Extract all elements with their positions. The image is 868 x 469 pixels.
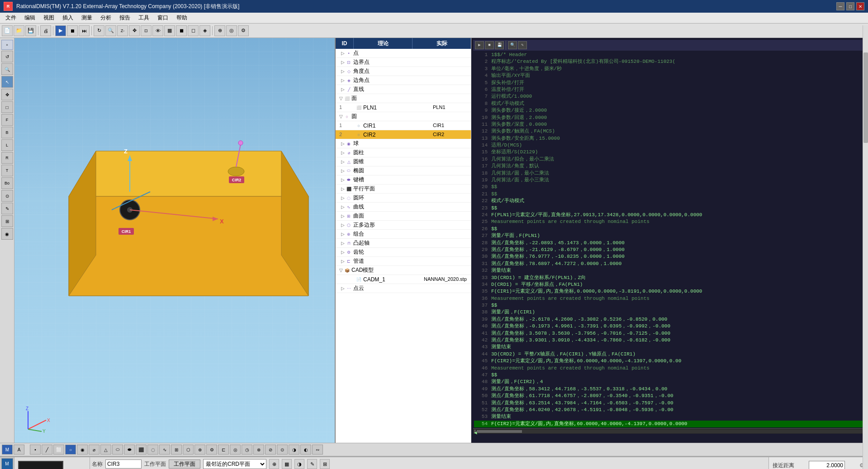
probe-button[interactable]: ◎ <box>226 25 237 36</box>
tree-item-sphere[interactable]: ▷ ◉ 球 <box>336 139 471 148</box>
name-input[interactable] <box>105 460 142 469</box>
zoom-in-button[interactable]: 🔍 <box>105 25 116 36</box>
shape-ellipse[interactable]: ⬭ <box>112 445 123 455</box>
shape-tube[interactable]: ⊏ <box>218 445 229 455</box>
form-btn2[interactable]: ▦ <box>282 459 292 469</box>
code-hscroll-left[interactable]: ◀ <box>474 430 476 433</box>
viewport[interactable]: CIR1 CIR2 Z X X Z Y <box>14 38 336 443</box>
maximize-button[interactable]: □ <box>846 2 854 10</box>
shape-cylinder[interactable]: ⌀ <box>89 445 100 455</box>
settings-button[interactable]: ⚙ <box>238 25 249 36</box>
form-btn1[interactable]: ⊕ <box>269 459 279 469</box>
step-button[interactable]: ⏭ <box>79 25 90 36</box>
tree-item-convex[interactable]: ▷ ⊓ 凸起轴 <box>336 239 471 248</box>
tree-item-curve[interactable]: ▷ ∿ 曲线 <box>336 203 471 212</box>
shape-misc3[interactable]: ⊘ <box>265 445 276 455</box>
select-tool[interactable]: ↖ <box>1 76 13 88</box>
tree-item-plane-group[interactable]: ▽ ⬜ 面 <box>336 94 471 103</box>
rotate-left[interactable]: ↺ <box>1 51 13 62</box>
menu-report[interactable]: 报告 <box>116 13 134 23</box>
fit-button[interactable]: ⊡ <box>141 25 152 36</box>
tree-item-pln1[interactable]: 1 ⬜ PLN1 PLN1 <box>336 103 471 112</box>
tree-item-flatplane[interactable]: ▷ ⬛ 平行平面 <box>336 185 471 194</box>
mark-tool[interactable]: ✎ <box>1 203 13 214</box>
shape-misc5[interactable]: ◑ <box>289 445 299 455</box>
coord-button[interactable]: ⊕ <box>214 25 225 36</box>
tree-item-combo[interactable]: ▷ ⊕ 组合 <box>336 230 471 239</box>
tree-item-side-point[interactable]: ▷ ◈ 边角点 <box>336 76 471 85</box>
minimize-button[interactable]: ─ <box>836 2 844 10</box>
code-run-btn[interactable]: ▶ <box>475 41 484 49</box>
workplane-button[interactable]: 工作平面 <box>169 460 200 469</box>
shape-plane[interactable]: ⬜ <box>53 445 64 455</box>
stop-button[interactable]: ⏹ <box>67 25 78 36</box>
shape-polygon[interactable]: ⬡ <box>183 445 194 455</box>
run-button[interactable]: ▶ <box>55 25 66 36</box>
tree-item-polygon[interactable]: ▷ ⬡ 正多边形 <box>336 221 471 230</box>
shade2-button[interactable]: ◈ <box>199 25 210 36</box>
rotate-button[interactable]: ↻ <box>94 25 104 36</box>
shape-misc1[interactable]: ◷ <box>242 445 252 455</box>
zoom-out-button[interactable]: Z- <box>117 25 128 36</box>
code-hscroll-track[interactable] <box>477 430 863 433</box>
menu-analyze[interactable]: 分析 <box>97 13 115 23</box>
tree-scrollbar[interactable] <box>863 25 868 469</box>
code-hscrollbar[interactable]: ◀ ▶ <box>473 428 866 434</box>
tree-item-ring[interactable]: ▷ ◌ 圆环 <box>336 194 471 203</box>
new-button[interactable]: 📄 <box>2 25 13 36</box>
ml-manual[interactable]: M <box>1 458 13 469</box>
shape-gear[interactable]: ⚙ <box>206 445 217 455</box>
right-view[interactable]: R <box>1 152 13 164</box>
print-button[interactable]: 🖨 <box>40 25 51 36</box>
menu-view[interactable]: 视图 <box>40 13 58 23</box>
tree-item-pointcloud[interactable]: ▷ ⋯ 点云 <box>336 284 471 293</box>
tree-item-cone[interactable]: ▷ △ 圆锥 <box>336 157 471 166</box>
tree-item-line[interactable]: ▷ ╱ 直线 <box>336 85 471 94</box>
menu-insert[interactable]: 插入 <box>59 13 77 23</box>
menu-file[interactable]: 文件 <box>2 13 20 23</box>
align-tool[interactable]: ⊞ <box>1 215 13 227</box>
left-view[interactable]: L <box>1 139 13 151</box>
code-hscroll-thumb[interactable] <box>477 430 522 433</box>
front-view[interactable]: F <box>1 114 13 126</box>
menu-edit[interactable]: 编辑 <box>21 13 39 23</box>
shape-line[interactable]: ╱ <box>42 445 52 455</box>
tree-item-gear[interactable]: ▷ ⚙ 齿轮 <box>336 248 471 257</box>
shape-curve[interactable]: ∿ <box>159 445 170 455</box>
back-view[interactable]: B <box>1 127 13 138</box>
shape-misc7[interactable]: ∾ <box>312 445 323 455</box>
menu-tools[interactable]: 工具 <box>135 13 153 23</box>
tree-item-cadm1[interactable]: 📄 CADM_1 NANNAN_2020.stp <box>336 275 471 284</box>
measure-tool[interactable]: ⊙ <box>1 190 13 202</box>
close-button[interactable]: ✕ <box>856 2 864 10</box>
tree-item-circle-group[interactable]: ▽ ○ 圆 <box>336 112 471 121</box>
bottom-view[interactable]: Bo <box>1 177 13 189</box>
shape-ring[interactable]: ◌ <box>147 445 158 455</box>
nav-top[interactable]: + <box>1 40 13 50</box>
shape-sphere[interactable]: ◉ <box>77 445 88 455</box>
top-view[interactable]: T <box>1 165 13 176</box>
view3d-tool[interactable]: □ <box>1 101 13 113</box>
shape-circle[interactable]: ○ <box>65 445 76 455</box>
move-tool[interactable]: ✥ <box>1 89 13 100</box>
form-btn5[interactable]: ⊞ <box>320 459 330 469</box>
code-edit-btn[interactable]: ✎ <box>518 41 527 49</box>
tree-item-cir2[interactable]: 2 ○ CIR2 CIR2 <box>336 130 471 139</box>
menu-measure[interactable]: 测量 <box>78 13 96 23</box>
form-btn3[interactable]: ◑ <box>294 459 304 469</box>
code-find-btn[interactable]: 🔍 <box>508 41 517 49</box>
shape-torus[interactable]: ◎ <box>230 445 241 455</box>
pan-button[interactable]: ✥ <box>129 25 140 36</box>
shape-point[interactable]: • <box>30 445 41 455</box>
tree-item-angle-point[interactable]: ▷ ◇ 角度点 <box>336 67 471 76</box>
shape-misc6[interactable]: ◐ <box>300 445 311 455</box>
code-stop-btn[interactable]: ■ <box>485 41 494 49</box>
shape-combo[interactable]: ⊕ <box>194 445 205 455</box>
display-button[interactable]: ▦ <box>164 25 175 36</box>
tree-item-surface[interactable]: ▷ ⊞ 曲面 <box>336 212 471 221</box>
menu-window[interactable]: 窗口 <box>154 13 172 23</box>
shape-flatplane[interactable]: ⬛ <box>136 445 147 455</box>
mode-auto[interactable]: A <box>14 445 24 455</box>
tree-item-keyslot[interactable]: ▷ ⬬ 键槽 <box>336 175 471 185</box>
tree-item-edge-point[interactable]: ▷ ⊡ 边界点 <box>336 58 471 67</box>
